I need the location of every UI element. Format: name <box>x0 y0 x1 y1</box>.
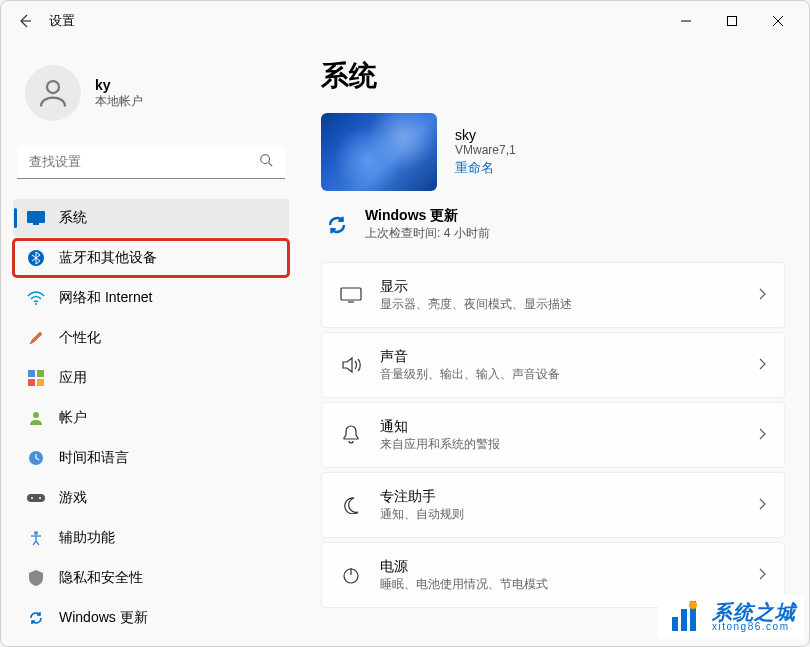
person-icon <box>35 75 71 111</box>
sidebar: ky 本地帐户 系统 蓝牙和其他设备 <box>1 41 301 646</box>
setting-text: 电源 睡眠、电池使用情况、节电模式 <box>380 558 740 593</box>
nav-item-gaming[interactable]: 游戏 <box>13 479 289 517</box>
apps-icon <box>27 369 45 387</box>
svg-rect-7 <box>28 370 35 377</box>
svg-rect-0 <box>728 17 737 26</box>
update-title: Windows 更新 <box>365 207 490 225</box>
minimize-button[interactable] <box>663 5 709 37</box>
setting-text: 声音 音量级别、输出、输入、声音设备 <box>380 348 740 383</box>
nav-item-privacy[interactable]: 隐私和安全性 <box>13 559 289 597</box>
watermark: 系统之城 xitong86.com <box>658 595 804 639</box>
setting-subtitle: 音量级别、输出、输入、声音设备 <box>380 366 740 383</box>
search-box <box>17 145 285 179</box>
device-info: sky VMware7,1 重命名 <box>455 127 516 177</box>
svg-point-15 <box>39 497 41 499</box>
chevron-right-icon <box>758 496 766 514</box>
bell-icon <box>340 424 362 446</box>
svg-rect-19 <box>672 617 678 631</box>
nav-item-bluetooth[interactable]: 蓝牙和其他设备 <box>13 239 289 277</box>
svg-point-2 <box>261 155 270 164</box>
display-icon <box>340 284 362 306</box>
svg-rect-13 <box>27 494 45 502</box>
svg-rect-8 <box>37 370 44 377</box>
search-input[interactable] <box>17 145 285 179</box>
settings-window: 设置 ky 本地帐户 <box>0 0 810 647</box>
nav-label: 网络和 Internet <box>59 289 152 307</box>
close-icon <box>773 16 783 26</box>
user-info: ky 本地帐户 <box>95 77 143 110</box>
brush-icon <box>27 329 45 347</box>
nav-label: 蓝牙和其他设备 <box>59 249 157 267</box>
power-icon <box>340 564 362 586</box>
nav-label: 时间和语言 <box>59 449 129 467</box>
nav-label: 应用 <box>59 369 87 387</box>
setting-text: 显示 显示器、亮度、夜间模式、显示描述 <box>380 278 740 313</box>
setting-subtitle: 显示器、亮度、夜间模式、显示描述 <box>380 296 740 313</box>
back-button[interactable] <box>9 5 41 37</box>
nav-list: 系统 蓝牙和其他设备 网络和 Internet 个性化 应用 <box>13 199 289 637</box>
setting-item-notifications[interactable]: 通知 来自应用和系统的警报 <box>321 402 785 468</box>
user-account-type: 本地帐户 <box>95 93 143 110</box>
setting-title: 显示 <box>380 278 740 296</box>
svg-rect-3 <box>27 211 45 223</box>
game-icon <box>27 489 45 507</box>
setting-subtitle: 通知、自动规则 <box>380 506 740 523</box>
setting-text: 通知 来自应用和系统的警报 <box>380 418 740 453</box>
setting-text: 专注助手 通知、自动规则 <box>380 488 740 523</box>
page-title: 系统 <box>321 57 785 95</box>
nav-label: 帐户 <box>59 409 87 427</box>
svg-point-6 <box>35 303 37 305</box>
watermark-sub: xitong86.com <box>712 622 796 632</box>
maximize-button[interactable] <box>709 5 755 37</box>
setting-title: 声音 <box>380 348 740 366</box>
accessibility-icon <box>27 529 45 547</box>
search-icon <box>259 153 273 171</box>
svg-rect-17 <box>341 288 361 300</box>
svg-point-16 <box>34 531 38 535</box>
setting-item-display[interactable]: 显示 显示器、亮度、夜间模式、显示描述 <box>321 262 785 328</box>
nav-item-accessibility[interactable]: 辅助功能 <box>13 519 289 557</box>
back-arrow-icon <box>17 13 33 29</box>
nav-item-accounts[interactable]: 帐户 <box>13 399 289 437</box>
user-profile[interactable]: ky 本地帐户 <box>13 57 289 137</box>
nav-item-windows-update[interactable]: Windows 更新 <box>13 599 289 637</box>
content-area: ky 本地帐户 系统 蓝牙和其他设备 <box>1 41 809 646</box>
main-content: 系统 sky VMware7,1 重命名 Windows 更新 上次检查时间: … <box>301 41 809 646</box>
svg-rect-20 <box>681 609 687 631</box>
nav-item-personalization[interactable]: 个性化 <box>13 319 289 357</box>
device-model: VMware7,1 <box>455 143 516 157</box>
nav-label: 系统 <box>59 209 87 227</box>
svg-rect-4 <box>33 223 39 225</box>
system-icon <box>27 209 45 227</box>
chevron-right-icon <box>758 286 766 304</box>
device-thumbnail <box>321 113 437 191</box>
close-button[interactable] <box>755 5 801 37</box>
windows-update-summary[interactable]: Windows 更新 上次检查时间: 4 小时前 <box>321 207 785 242</box>
svg-point-14 <box>31 497 33 499</box>
minimize-icon <box>681 16 691 26</box>
svg-point-22 <box>689 601 697 609</box>
svg-rect-9 <box>28 379 35 386</box>
chevron-right-icon <box>758 356 766 374</box>
bluetooth-icon <box>27 249 45 267</box>
setting-title: 电源 <box>380 558 740 576</box>
nav-item-system[interactable]: 系统 <box>13 199 289 237</box>
setting-item-focus-assist[interactable]: 专注助手 通知、自动规则 <box>321 472 785 538</box>
nav-label: 辅助功能 <box>59 529 115 547</box>
nav-item-network[interactable]: 网络和 Internet <box>13 279 289 317</box>
svg-point-11 <box>33 412 39 418</box>
setting-subtitle: 睡眠、电池使用情况、节电模式 <box>380 576 740 593</box>
wifi-icon <box>27 289 45 307</box>
nav-item-apps[interactable]: 应用 <box>13 359 289 397</box>
person-icon <box>27 409 45 427</box>
rename-link[interactable]: 重命名 <box>455 159 516 177</box>
user-name: ky <box>95 77 143 93</box>
setting-title: 通知 <box>380 418 740 436</box>
maximize-icon <box>727 16 737 26</box>
nav-item-time-language[interactable]: 时间和语言 <box>13 439 289 477</box>
chevron-right-icon <box>758 426 766 444</box>
setting-item-sound[interactable]: 声音 音量级别、输出、输入、声音设备 <box>321 332 785 398</box>
update-icon <box>27 609 45 627</box>
titlebar: 设置 <box>1 1 809 41</box>
time-icon <box>27 449 45 467</box>
